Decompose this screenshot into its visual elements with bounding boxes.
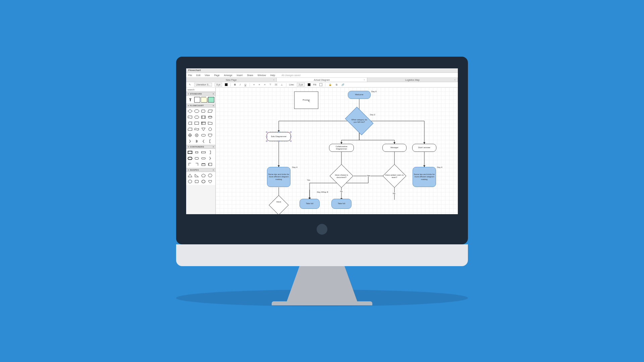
tab-logistics-map[interactable]: Logistics Map ×	[367, 78, 458, 82]
align-left-icon[interactable]: ≡	[253, 83, 255, 86]
brace-right-icon[interactable]	[187, 139, 193, 144]
fill-color-swatch[interactable]	[319, 83, 322, 86]
menu-insert[interactable]: Insert	[237, 74, 243, 76]
fill-rect-tool[interactable]	[208, 97, 214, 103]
bold-pill-icon[interactable]	[187, 156, 193, 161]
process-node[interactable]: Process ↖	[294, 92, 318, 109]
takefull2-node[interactable]: Take full	[331, 199, 352, 209]
small-rect-icon[interactable]	[194, 150, 200, 155]
underline-button[interactable]: U	[244, 83, 247, 86]
text-tool[interactable]: T	[187, 97, 194, 103]
circle-icon[interactable]	[207, 127, 213, 132]
round-rect-icon[interactable]	[194, 156, 200, 161]
tape-icon[interactable]	[194, 127, 200, 132]
bracket-icon[interactable]	[207, 139, 213, 144]
valign-top-icon[interactable]: ⊤	[269, 83, 272, 86]
search-input[interactable]	[186, 87, 216, 92]
menu-window[interactable]: Window	[258, 74, 266, 76]
hexagon-icon[interactable]	[207, 173, 213, 178]
link-icon[interactable]: 🔗	[341, 83, 345, 86]
storage-icon[interactable]	[187, 121, 193, 126]
internal-icon[interactable]	[201, 121, 206, 126]
takefull1-node[interactable]: Take full	[300, 199, 320, 209]
bold-button[interactable]: B	[233, 83, 236, 86]
welcome-node[interactable]: Welcome	[348, 91, 371, 99]
menu-edit[interactable]: Edit	[196, 74, 200, 76]
section-shapes[interactable]: ▼ SHAPES×	[186, 168, 215, 172]
section-standard[interactable]: ▼ STANDARD×	[186, 92, 215, 96]
close-icon[interactable]: ×	[364, 79, 365, 81]
menu-arrange[interactable]: Arrange	[224, 74, 232, 76]
tips1-node[interactable]: Some tips and tricks for more efficient …	[267, 167, 290, 187]
collab-node[interactable]: Collaborative Diagrammer	[329, 144, 354, 152]
font-size-selector[interactable]: 8 pt	[215, 83, 222, 86]
cross-icon[interactable]	[201, 179, 206, 184]
corner-tl-icon[interactable]	[187, 162, 193, 167]
tab-new-page[interactable]: New Page ×	[186, 78, 277, 82]
paint-icon[interactable]: ✎	[188, 83, 192, 86]
predef-icon[interactable]	[201, 115, 206, 120]
svg-rect-26	[188, 157, 192, 160]
bracket-r-icon[interactable]	[207, 150, 213, 155]
tips2-node[interactable]: Some tips and tricks for more efficient …	[413, 167, 436, 187]
line-color-swatch[interactable]	[308, 83, 311, 86]
display-icon[interactable]	[201, 109, 206, 114]
pill-icon[interactable]	[201, 133, 206, 138]
note-tool[interactable]	[201, 97, 207, 103]
valign-bottom-icon[interactable]: ⊥	[280, 83, 283, 86]
brace-r2-icon[interactable]	[207, 156, 213, 161]
menu-page[interactable]: Page	[214, 74, 219, 76]
doc-icon[interactable]	[187, 115, 193, 120]
triangle-icon[interactable]	[187, 173, 193, 178]
menu-file[interactable]: File	[188, 74, 192, 76]
manual-icon[interactable]	[207, 121, 213, 126]
pentagon-icon[interactable]	[201, 173, 206, 178]
section-flowchart[interactable]: ▼ FLOWCHART×	[186, 104, 215, 108]
diamond-icon[interactable]	[187, 109, 193, 114]
text-color-swatch[interactable]	[225, 83, 228, 86]
hex-icon[interactable]	[194, 115, 200, 120]
border-rect-icon[interactable]	[187, 150, 193, 155]
pill2-icon[interactable]	[201, 156, 206, 161]
rtriangle-icon[interactable]	[194, 173, 200, 178]
noanswer-node[interactable]: Didn't answer	[412, 144, 436, 152]
card-icon[interactable]	[187, 127, 193, 132]
heart-icon[interactable]	[207, 179, 213, 184]
brace-left-icon[interactable]	[201, 139, 206, 144]
tab-actual-diagram[interactable]: Actual Diagram ×	[277, 78, 367, 82]
valign-middle-icon[interactable]: ÷	[275, 83, 277, 86]
plus-circle-icon[interactable]	[187, 133, 193, 138]
align-center-icon[interactable]: ≡	[258, 83, 261, 86]
rect-tool[interactable]	[194, 97, 201, 103]
rect-icon[interactable]	[194, 121, 200, 126]
solo-node[interactable]: Solo Diagrammer	[267, 132, 291, 141]
close-icon[interactable]: ×	[454, 79, 455, 81]
barrel-icon[interactable]	[194, 179, 200, 184]
line-side-icon[interactable]	[207, 162, 213, 167]
lock-icon[interactable]: 🔒	[328, 83, 332, 86]
menu-view[interactable]: View	[205, 74, 210, 76]
data-icon[interactable]	[207, 109, 213, 114]
x-circle-icon[interactable]	[194, 133, 200, 138]
align-right-icon[interactable]: ≡	[263, 83, 266, 86]
diagram-canvas[interactable]: Process ↖ Welcome Day 0 What category do…	[216, 87, 458, 214]
section-containers[interactable]: ▼ CONTAINERS×	[186, 145, 215, 149]
menu-share[interactable]: Share	[247, 74, 253, 76]
octagon-icon[interactable]	[187, 179, 193, 184]
manager-node[interactable]: Manager	[382, 144, 407, 152]
menu-help[interactable]: Help	[270, 74, 275, 76]
vtri-icon[interactable]	[201, 127, 206, 132]
note-icon[interactable]	[194, 139, 200, 144]
font-selector[interactable]: Liberation S...	[194, 83, 212, 86]
italic-button[interactable]: I	[239, 83, 241, 86]
line-width-selector[interactable]: 2 px	[297, 83, 305, 86]
oval-icon[interactable]	[194, 109, 200, 114]
corner-tr-icon[interactable]	[194, 162, 200, 167]
group-icon[interactable]: ⧉	[335, 83, 338, 86]
wide-rect-icon[interactable]	[201, 150, 206, 155]
line-top-icon[interactable]	[201, 162, 206, 167]
cylinder-icon[interactable]	[207, 115, 213, 120]
offpage-icon[interactable]	[207, 133, 213, 138]
close-icon[interactable]: ×	[273, 79, 274, 81]
day48-label: Day 4/Day 8	[317, 191, 328, 193]
